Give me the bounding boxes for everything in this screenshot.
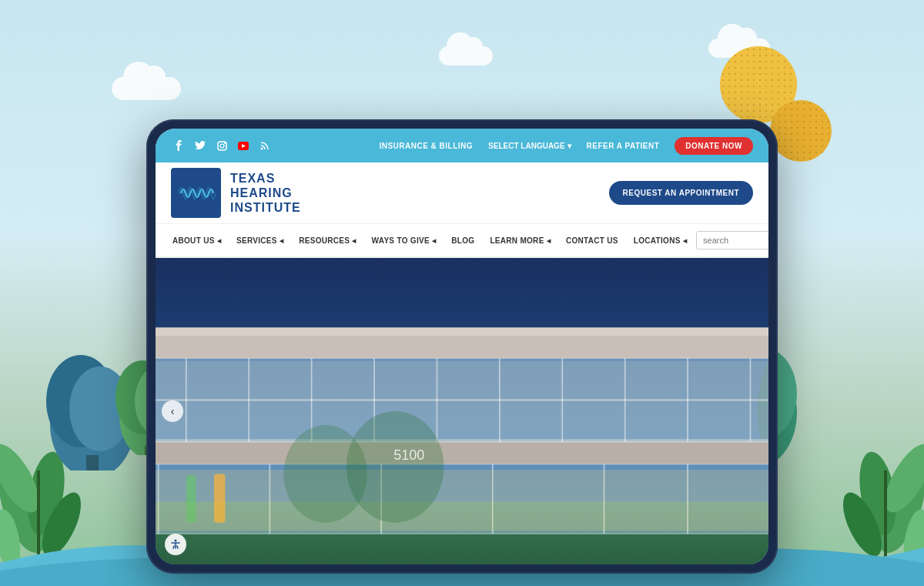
svg-rect-88 xyxy=(214,474,225,522)
youtube-icon[interactable] xyxy=(236,138,251,153)
carousel-arrow-left[interactable]: ‹ xyxy=(162,400,183,422)
svg-rect-15 xyxy=(86,455,99,470)
logo-line2: HEARING xyxy=(230,186,301,200)
svg-rect-87 xyxy=(186,475,196,523)
nav-ways-to-give[interactable]: WAYS TO GIVE ◂ xyxy=(366,224,443,256)
tablet-screen: INSURANCE & BILLING SELECT LANGUAGE ▾ RE… xyxy=(156,129,768,564)
nav-learn-more[interactable]: LEARN MORE ◂ xyxy=(484,224,557,256)
nav-resources[interactable]: RESOURCES ◂ xyxy=(293,224,362,256)
logo-container[interactable]: TEXAS HEARING INSTITUTE xyxy=(171,168,301,218)
hero-section: 5100 TEXAS HEARIN INSTITU ‹ xyxy=(156,258,768,564)
logo-line1: TEXAS xyxy=(230,171,301,186)
facebook-icon[interactable] xyxy=(171,138,186,153)
svg-point-34 xyxy=(224,142,226,144)
language-label: SELECT LANGUAGE xyxy=(488,142,564,150)
svg-rect-83 xyxy=(156,470,768,531)
logo-icon xyxy=(171,168,221,218)
search-icon[interactable] xyxy=(768,234,768,246)
svg-point-37 xyxy=(261,148,263,150)
appointment-button[interactable]: REQUEST AN APPOINTMENT xyxy=(609,181,753,205)
logo-text: TEXAS HEARING INSTITUTE xyxy=(230,171,301,216)
svg-rect-61 xyxy=(156,439,768,464)
nav-locations[interactable]: LOCATIONS ◂ xyxy=(628,224,693,256)
cloud-left xyxy=(112,77,181,100)
building-scene-svg: 5100 TEXAS HEARIN INSTITU xyxy=(156,258,768,564)
svg-point-90 xyxy=(346,411,444,523)
utility-links: INSURANCE & BILLING SELECT LANGUAGE ▾ RE… xyxy=(379,137,753,155)
donate-button[interactable]: DONATE NOW xyxy=(675,137,753,155)
rss-icon[interactable] xyxy=(257,138,273,153)
nav-about-us[interactable]: ABOUT US ◂ xyxy=(166,224,227,256)
language-selector[interactable]: SELECT LANGUAGE ▾ xyxy=(488,142,571,150)
site-header: TEXAS HEARING INSTITUTE REQUEST AN APPOI… xyxy=(156,162,768,224)
insurance-billing-link[interactable]: INSURANCE & BILLING xyxy=(379,142,473,150)
svg-point-33 xyxy=(220,144,224,148)
twitter-icon[interactable] xyxy=(192,138,208,153)
tablet-device: INSURANCE & BILLING SELECT LANGUAGE ▾ RE… xyxy=(146,119,778,574)
language-arrow-icon: ▾ xyxy=(567,142,571,150)
navigation-bar: ABOUT US ◂ SERVICES ◂ RESOURCES ◂ WAYS T… xyxy=(156,224,768,258)
utility-bar: INSURANCE & BILLING SELECT LANGUAGE ▾ RE… xyxy=(156,129,768,162)
nav-contact-us[interactable]: CONTACT US xyxy=(560,224,624,256)
logo-line3: INSTITUTE xyxy=(230,200,301,215)
search-container xyxy=(696,231,768,249)
svg-text:5100: 5100 xyxy=(393,447,424,463)
cloud-center xyxy=(439,46,493,65)
svg-point-97 xyxy=(175,540,177,542)
search-input[interactable] xyxy=(703,236,765,245)
nav-blog[interactable]: BLOG xyxy=(445,224,480,256)
sound-wave-svg xyxy=(177,178,216,209)
svg-rect-75 xyxy=(156,361,768,439)
accessibility-button[interactable] xyxy=(165,534,186,555)
instagram-icon[interactable] xyxy=(214,138,229,153)
refer-patient-link[interactable]: REFER A PATIENT xyxy=(587,142,660,150)
nav-services[interactable]: SERVICES ◂ xyxy=(230,224,290,256)
dot-pattern-2 xyxy=(770,100,832,162)
svg-rect-60 xyxy=(156,327,768,336)
social-icons xyxy=(171,138,273,153)
